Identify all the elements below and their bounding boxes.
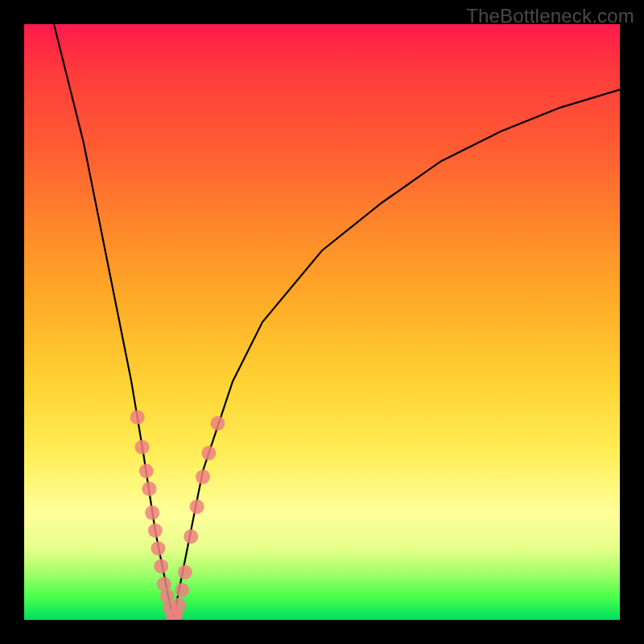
marker-dot xyxy=(154,559,168,573)
plot-area xyxy=(24,24,620,620)
marker-dot xyxy=(135,440,150,454)
marker-dot xyxy=(171,598,186,613)
chart-svg xyxy=(24,24,620,620)
chart-frame: TheBottleneck.com xyxy=(0,0,644,644)
marker-dot xyxy=(148,523,163,538)
marker-dot xyxy=(142,481,156,496)
marker-dot xyxy=(130,410,145,424)
marker-dot xyxy=(175,583,189,597)
curve-path xyxy=(54,24,620,620)
marker-dot xyxy=(184,529,198,543)
bottleneck-curve xyxy=(54,24,620,620)
marker-layer xyxy=(130,410,225,620)
marker-dot xyxy=(178,565,192,580)
marker-dot xyxy=(145,506,159,520)
marker-dot xyxy=(196,469,210,484)
marker-dot xyxy=(201,446,216,460)
marker-dot xyxy=(151,541,166,555)
marker-dot xyxy=(190,499,204,514)
marker-dot xyxy=(139,464,154,478)
marker-dot xyxy=(211,416,225,431)
